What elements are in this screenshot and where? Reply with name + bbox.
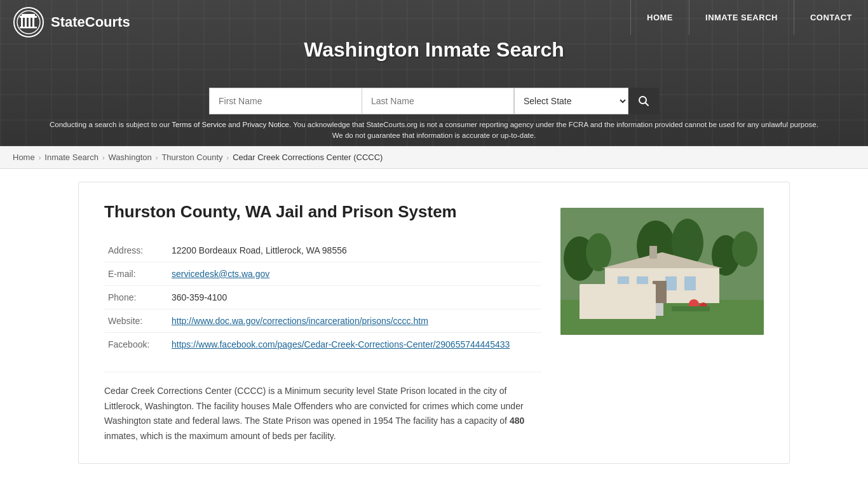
disclaimer-text: Conducting a search is subject to our Te… [43, 119, 824, 142]
privacy-notice-link[interactable]: Privacy Notice [242, 121, 289, 128]
website-row: Website: http://www.doc.wa.gov/correctio… [104, 309, 541, 332]
description-text: Cedar Creek Corrections Center (CCCC) is… [104, 386, 524, 426]
svg-rect-23 [637, 276, 648, 290]
search-button[interactable] [628, 88, 659, 114]
breadcrumb-home[interactable]: Home [13, 152, 35, 162]
breadcrumb-sep-2: › [102, 154, 105, 161]
state-select[interactable]: Select State Washington [514, 88, 628, 114]
site-logo-icon [13, 6, 44, 38]
facebook-value: https://www.facebook.com/pages/Cedar-Cre… [168, 332, 541, 356]
svg-rect-4 [29, 18, 31, 27]
address-label: Address: [104, 239, 168, 262]
breadcrumb-thurston-county[interactable]: Thurston County [161, 152, 222, 162]
facility-info-table: Address: 12200 Bordeaux Road, Littlerock… [104, 239, 541, 356]
phone-row: Phone: 360-359-4100 [104, 285, 541, 309]
search-bar: Select State Washington [209, 88, 659, 114]
svg-rect-3 [25, 18, 27, 27]
nav-home[interactable]: HOME [630, 0, 689, 35]
facility-heading: Thurston County, WA Jail and Prison Syst… [104, 201, 541, 223]
breadcrumb: Home › Inmate Search › Washington › Thur… [0, 146, 868, 169]
svg-rect-32 [614, 306, 653, 311]
website-link[interactable]: http://www.doc.wa.gov/corrections/incarc… [172, 316, 428, 326]
nav-contact[interactable]: CONTACT [794, 0, 868, 35]
address-row: Address: 12200 Bordeaux Road, Littlerock… [104, 239, 541, 262]
svg-rect-24 [665, 276, 677, 290]
facility-image [560, 208, 764, 335]
facebook-row: Facebook: https://www.facebook.com/pages… [104, 332, 541, 356]
logo-area[interactable]: StateCourts [13, 6, 130, 38]
email-link[interactable]: servicedesk@cts.wa.gov [172, 269, 269, 279]
svg-rect-2 [21, 18, 23, 27]
email-label: E-mail: [104, 262, 168, 285]
content-card: Thurston County, WA Jail and Prison Syst… [78, 182, 790, 464]
breadcrumb-washington[interactable]: Washington [109, 152, 152, 162]
page-title: Washington Inmate Search [0, 38, 868, 62]
svg-rect-27 [656, 303, 663, 316]
search-icon [638, 95, 649, 107]
facility-description: Cedar Creek Corrections Center (CCCC) is… [104, 372, 541, 444]
site-name: StateCourts [51, 14, 130, 30]
terms-of-service-link[interactable]: Terms of Service [172, 121, 226, 128]
svg-rect-6 [20, 27, 37, 29]
svg-rect-5 [32, 18, 34, 27]
email-row: E-mail: servicedesk@cts.wa.gov [104, 262, 541, 285]
last-name-input[interactable] [362, 88, 514, 114]
disclaimer-before-tos: Conducting a search is subject to our [50, 121, 172, 128]
svg-rect-8 [22, 14, 35, 16]
facebook-link[interactable]: https://www.facebook.com/pages/Cedar-Cre… [172, 339, 510, 349]
first-name-input[interactable] [209, 88, 362, 114]
capacity-value: 480 [510, 416, 524, 426]
breadcrumb-current: Cedar Creek Corrections Center (CCCC) [233, 152, 383, 162]
svg-rect-25 [684, 276, 696, 290]
svg-line-10 [646, 103, 649, 106]
breadcrumb-sep-3: › [156, 154, 158, 161]
description-end: inmates, which is the maximum amount of … [104, 431, 336, 441]
svg-point-15 [732, 231, 757, 267]
phone-label: Phone: [104, 285, 168, 309]
disclaimer-between: and [226, 121, 243, 128]
email-value: servicedesk@cts.wa.gov [168, 262, 541, 285]
svg-point-28 [625, 299, 635, 309]
breadcrumb-sep-4: › [227, 154, 229, 161]
breadcrumb-inmate-search[interactable]: Inmate Search [44, 152, 98, 162]
svg-rect-26 [653, 281, 667, 303]
facility-image-svg [560, 208, 764, 335]
svg-rect-33 [672, 306, 710, 311]
main-content: Thurston County, WA Jail and Prison Syst… [59, 169, 809, 488]
svg-rect-21 [649, 246, 657, 259]
svg-rect-22 [618, 276, 629, 290]
content-right [560, 201, 764, 444]
nav-inmate-search[interactable]: INMATE SEARCH [689, 0, 794, 35]
content-left: Thurston County, WA Jail and Prison Syst… [104, 201, 541, 444]
top-navigation: HOME INMATE SEARCH CONTACT [630, 0, 868, 35]
website-label: Website: [104, 309, 168, 332]
svg-point-13 [586, 233, 611, 271]
facebook-label: Facebook: [104, 332, 168, 356]
address-value: 12200 Bordeaux Road, Littlerock, WA 9855… [168, 239, 541, 262]
header-title-area: Washington Inmate Search [0, 38, 868, 62]
disclaimer-after: . You acknowledge that StateCourts.org i… [289, 121, 818, 139]
breadcrumb-sep-1: › [39, 154, 41, 161]
svg-point-30 [617, 302, 625, 310]
page-header: StateCourts HOME INMATE SEARCH CONTACT W… [0, 0, 868, 146]
website-value: http://www.doc.wa.gov/corrections/incarc… [168, 309, 541, 332]
svg-rect-7 [20, 16, 37, 18]
phone-value: 360-359-4100 [168, 285, 541, 309]
